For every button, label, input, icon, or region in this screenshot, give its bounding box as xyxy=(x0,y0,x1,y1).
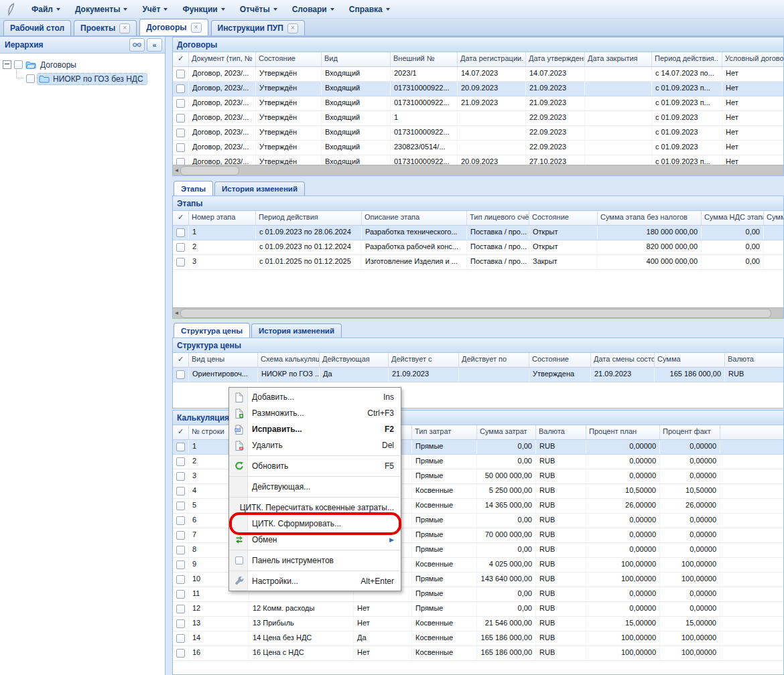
tree-node-selected[interactable]: НИОКР по ГОЗ без НДС xyxy=(38,74,147,84)
column-header[interactable]: Вид xyxy=(322,52,391,66)
row-checkbox[interactable] xyxy=(176,472,185,481)
stages-hscrollbar[interactable]: ◄ xyxy=(173,307,783,318)
menu-item-панель-инструментов[interactable]: Панель инструментов xyxy=(229,552,401,569)
close-icon[interactable]: × xyxy=(287,23,298,33)
tab-Договоры[interactable]: Договоры× xyxy=(139,19,208,35)
row-checkbox[interactable] xyxy=(176,99,185,108)
row-checkbox[interactable] xyxy=(176,228,185,237)
row-checkbox[interactable] xyxy=(176,114,185,123)
tree-checkbox[interactable] xyxy=(14,60,23,69)
search-icon[interactable] xyxy=(129,38,145,52)
table-row[interactable]: Договор, 2023/...УтверждёнВходящий2023/1… xyxy=(173,67,783,82)
table-row[interactable]: 1212 Комм. расходыНетПрямые0,00RUB0,0000… xyxy=(173,602,783,617)
menu-item-добавить-[interactable]: Добавить...Ins xyxy=(229,389,401,405)
column-header[interactable]: Сумма НДС этапа xyxy=(702,211,764,225)
menu-item-обмен[interactable]: Обмен▶ xyxy=(229,532,401,548)
column-header-check[interactable]: ✓ xyxy=(173,211,189,225)
column-header[interactable]: Документ (тип, № xyxy=(189,52,256,66)
row-checkbox[interactable] xyxy=(176,516,185,525)
row-checkbox[interactable] xyxy=(176,546,185,554)
row-checkbox[interactable] xyxy=(176,143,185,152)
column-header[interactable]: Действует с xyxy=(389,353,459,367)
table-row[interactable]: Договор, 2023/...УтверждёнВходящий122.09… xyxy=(173,111,783,126)
subtab-История изменений[interactable]: История изменений xyxy=(214,181,305,196)
column-header[interactable]: Валюта xyxy=(536,425,586,439)
menu-item-удалить[interactable]: УдалитьDel xyxy=(229,437,401,453)
column-header[interactable]: Процент факт xyxy=(660,425,720,439)
column-header[interactable]: Сумма затрат xyxy=(477,425,536,439)
table-row[interactable]: 1616 Цена с НДСНетКосвенные165 186 000,0… xyxy=(173,646,783,661)
column-header[interactable]: Действующая xyxy=(320,353,389,367)
column-header[interactable]: Условный договор xyxy=(722,52,783,66)
row-checkbox[interactable] xyxy=(176,70,185,78)
close-icon[interactable]: × xyxy=(191,23,202,33)
row-checkbox[interactable] xyxy=(176,560,185,569)
column-header-check[interactable]: ✓ xyxy=(173,425,189,439)
column-header[interactable]: Состояние xyxy=(529,211,598,225)
column-header[interactable]: Валюта xyxy=(725,353,783,367)
row-checkbox[interactable] xyxy=(176,590,185,599)
menu-item-цитк-пересчитать-косвенные-затраты-[interactable]: ЦИТК. Пересчитать косвенные затраты... xyxy=(229,500,401,516)
row-checkbox[interactable] xyxy=(176,649,185,658)
column-header[interactable]: Вид цены xyxy=(189,353,258,367)
scrollbar-thumb[interactable] xyxy=(180,166,239,175)
column-header[interactable]: Дата регистрации. xyxy=(458,52,526,66)
row-checkbox[interactable] xyxy=(176,243,185,252)
subtab-Этапы[interactable]: Этапы xyxy=(174,181,213,196)
menu-item-исправить-[interactable]: Исправить...F2 xyxy=(229,421,401,437)
row-checkbox[interactable] xyxy=(176,457,185,466)
row-checkbox[interactable] xyxy=(176,619,185,628)
menubar-item-Отчёты[interactable]: Отчёты xyxy=(233,3,285,16)
column-header[interactable]: Сумма xyxy=(655,353,725,367)
scrollbar-thumb[interactable] xyxy=(180,309,771,318)
column-header[interactable]: Состояние xyxy=(256,52,322,66)
scroll-left-icon[interactable]: ◄ xyxy=(174,309,180,317)
row-checkbox[interactable] xyxy=(176,605,185,613)
tab-Проекты[interactable]: Проекты× xyxy=(74,20,137,35)
column-header[interactable]: Период действия.. xyxy=(652,52,722,66)
tree-node-niokr[interactable]: НИОКР по ГОЗ без НДС xyxy=(3,72,164,86)
menubar-item-Функции[interactable]: Функции xyxy=(175,3,232,16)
column-header[interactable]: Дата смены состоя xyxy=(591,353,655,367)
row-checkbox[interactable] xyxy=(176,531,185,540)
table-row[interactable]: Договор, 2023/...УтверждёнВходящий017310… xyxy=(173,96,783,111)
row-checkbox[interactable] xyxy=(176,443,185,451)
column-header-check[interactable]: ✓ xyxy=(173,353,189,367)
row-checkbox[interactable] xyxy=(176,502,185,510)
column-header[interactable]: Состояние xyxy=(529,353,591,367)
tree-node-contracts[interactable]: Договоры xyxy=(3,58,164,72)
column-header[interactable]: Описание этапа xyxy=(362,211,467,225)
column-header[interactable]: Внешний № xyxy=(391,52,458,66)
tab-Инструкции ПУП[interactable]: Инструкции ПУП× xyxy=(211,20,305,35)
menubar-item-Справка[interactable]: Справка xyxy=(342,3,397,16)
column-header[interactable]: Сумма этапа без налогов xyxy=(598,211,702,225)
column-header[interactable]: Номер этапа xyxy=(189,211,256,225)
contracts-hscrollbar[interactable]: ◄ xyxy=(173,165,783,175)
close-icon[interactable]: × xyxy=(119,23,130,33)
column-header[interactable]: Действует по xyxy=(459,353,529,367)
column-header[interactable]: Схема калькуляци xyxy=(258,353,320,367)
table-row[interactable]: 1414 Цена без НДСДаКосвенные165 186 000,… xyxy=(173,631,783,646)
row-checkbox[interactable] xyxy=(176,370,185,379)
column-header[interactable]: Период действия xyxy=(256,211,362,225)
menubar-item-Учёт[interactable]: Учёт xyxy=(135,3,175,16)
menubar-item-Документы[interactable]: Документы xyxy=(68,3,135,16)
table-row[interactable]: Договор, 2023/...УтверждёнВходящий230823… xyxy=(173,141,783,155)
row-checkbox[interactable] xyxy=(176,575,185,584)
column-header[interactable]: Сумма xyxy=(764,211,783,225)
table-row[interactable]: Договор, 2023/...УтверждёнВходящий017310… xyxy=(173,82,783,96)
table-row[interactable]: Ориентировоч...НИОКР по ГОЗ ...Да21.09.2… xyxy=(173,368,783,382)
table-row[interactable]: 2с 01.09.2023 по 01.12.2024Разработка ра… xyxy=(173,240,783,255)
column-header[interactable]: Тип лицевого счёт xyxy=(467,211,529,225)
table-row[interactable]: 3с 01.01.2025 по 01.12.2025Изготовление … xyxy=(173,255,783,270)
column-header[interactable]: Дата утверждения xyxy=(526,52,585,66)
table-row[interactable]: 1313 ПрибыльНетКосвенные21 546 000,00RUB… xyxy=(173,617,783,631)
collapse-node-icon[interactable] xyxy=(3,60,11,69)
menu-item-цитк-сформировать-[interactable]: ЦИТК. Сформировать... xyxy=(229,516,401,532)
tree-checkbox[interactable] xyxy=(26,74,35,83)
menu-item-размножить-[interactable]: Размножить...Ctrl+F3 xyxy=(229,405,401,421)
menubar-item-Словари[interactable]: Словари xyxy=(285,3,342,16)
row-checkbox[interactable] xyxy=(176,129,185,137)
column-header[interactable]: Тип затрат xyxy=(412,425,477,439)
collapse-panel-button[interactable]: « xyxy=(147,38,162,52)
